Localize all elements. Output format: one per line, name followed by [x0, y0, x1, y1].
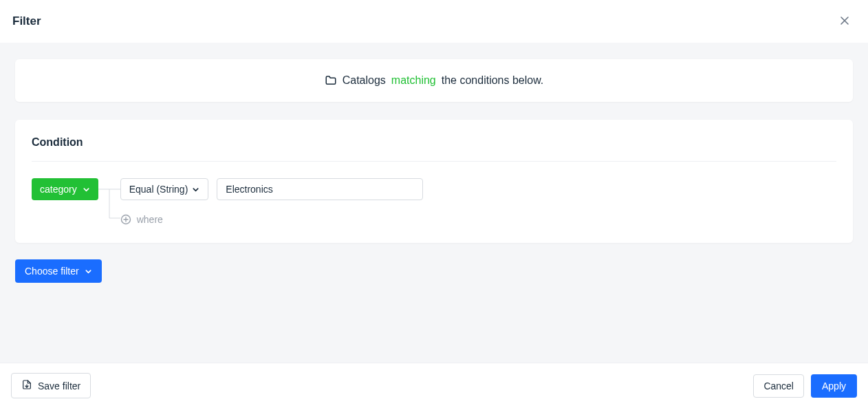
dialog-body: Catalogs matching the conditions below. …	[0, 43, 868, 363]
summary-match-word: matching	[391, 74, 436, 87]
cancel-button[interactable]: Cancel	[753, 374, 804, 398]
choose-filter-label: Choose filter	[25, 266, 79, 277]
plus-circle-icon	[120, 214, 131, 225]
save-filter-icon	[21, 379, 32, 392]
summary-suffix: the conditions below.	[442, 74, 544, 87]
add-where-label: where	[137, 214, 163, 225]
dialog-header: Filter	[0, 0, 868, 43]
condition-inputs: Equal (String)	[120, 178, 424, 225]
add-where-button[interactable]: where	[120, 214, 424, 225]
summary-prefix: Catalogs	[343, 74, 386, 87]
save-filter-button[interactable]: Save filter	[11, 373, 91, 398]
close-icon	[839, 15, 850, 28]
save-filter-label: Save filter	[38, 380, 80, 391]
summary-card: Catalogs matching the conditions below.	[15, 59, 853, 102]
field-select-label: category	[40, 184, 77, 195]
cancel-label: Cancel	[763, 380, 794, 391]
footer-right: Cancel Apply	[753, 374, 857, 398]
dialog-title: Filter	[12, 14, 41, 28]
chevron-down-icon	[85, 268, 92, 275]
folder-icon	[325, 74, 337, 87]
operator-select-label: Equal (String)	[129, 184, 188, 195]
condition-title: Condition	[32, 136, 836, 162]
condition-row: category Equal (String)	[32, 178, 836, 226]
operator-select[interactable]: Equal (String)	[120, 178, 209, 200]
chevron-down-icon	[192, 186, 199, 193]
field-select[interactable]: category	[32, 178, 98, 200]
value-input[interactable]	[217, 178, 423, 200]
chevron-down-icon	[83, 186, 90, 193]
footer-left: Save filter	[11, 373, 91, 398]
apply-label: Apply	[822, 380, 846, 391]
close-button[interactable]	[834, 10, 856, 32]
tree-connector	[98, 178, 120, 226]
dialog-footer: Save filter Cancel Apply	[0, 363, 868, 408]
choose-filter-button[interactable]: Choose filter	[15, 259, 102, 283]
inputs-row: Equal (String)	[120, 178, 424, 200]
apply-button[interactable]: Apply	[811, 374, 857, 398]
condition-card: Condition category	[15, 120, 853, 243]
